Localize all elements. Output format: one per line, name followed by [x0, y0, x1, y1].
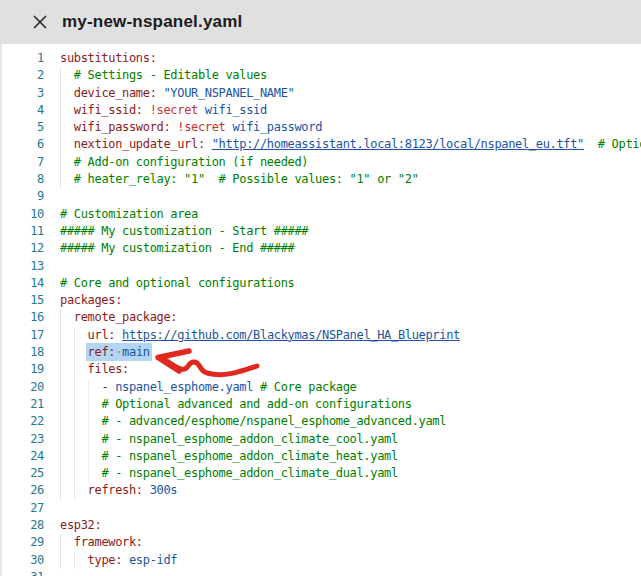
code-text: nextion_update_url: "http://homeassistan… — [60, 136, 641, 153]
code-line[interactable]: 12##### My customization - End ##### — [2, 240, 641, 257]
token-c: ##### My customization - End ##### — [60, 241, 294, 255]
token-c: # Settings - Editable values — [74, 68, 267, 82]
token-s: esp-idf — [122, 553, 177, 567]
token-k: framework: — [74, 535, 143, 549]
token-k: nextion_update_url: — [74, 137, 205, 151]
code-line[interactable]: 15packages: — [2, 292, 641, 309]
token-t: !secret — [150, 103, 198, 117]
code-line[interactable]: 21 # Optional advanced and add-on config… — [2, 396, 641, 413]
line-number: 1 — [2, 50, 44, 67]
token-c: # - nspanel_esphome_addon_climate_cool.y… — [101, 432, 397, 446]
code-line[interactable]: 9 — [2, 188, 641, 205]
code-line[interactable]: 30 type: esp-idf — [2, 552, 641, 569]
code-text: url: https://github.com/Blackymas/NSPane… — [60, 327, 460, 344]
code-line[interactable]: 1substitutions: — [2, 50, 641, 67]
token-k: packages: — [60, 293, 122, 307]
close-button[interactable] — [30, 12, 50, 32]
token-s: wifi_password — [226, 120, 323, 134]
code-line[interactable]: 3 device_name: "YOUR_NSPANEL_NAME" — [2, 85, 641, 102]
code-line[interactable]: 25 # - nspanel_esphome_addon_climate_dua… — [2, 465, 641, 482]
token-c: # heater_relay: "1" # Possible values: "… — [74, 172, 419, 186]
code-line[interactable]: 2 # Settings - Editable values — [2, 67, 641, 84]
code-text: files: — [60, 361, 129, 378]
line-number: 28 — [2, 517, 44, 534]
code-line[interactable]: 23 # - nspanel_esphome_addon_climate_coo… — [2, 431, 641, 448]
line-number: 4 — [2, 102, 44, 119]
code-line[interactable]: 7 # Add-on configuration (if needed) — [2, 154, 641, 171]
line-number: 23 — [2, 431, 44, 448]
code-line[interactable]: 11##### My customization - Start ##### — [2, 223, 641, 240]
token-t: !secret — [177, 120, 225, 134]
token-k: url: — [88, 328, 116, 342]
code-line[interactable]: 29 framework: — [2, 534, 641, 551]
token-s: "YOUR_NSPANEL_NAME" — [157, 86, 295, 100]
line-number: 16 — [2, 309, 44, 326]
token-p — [205, 137, 212, 151]
code-text: esp32: — [60, 517, 101, 534]
line-number: 2 — [2, 67, 44, 84]
code-text: # Settings - Editable values — [60, 67, 267, 84]
editor-header: my-new-nspanel.yaml — [0, 0, 641, 44]
token-k: device_name: — [74, 86, 157, 100]
line-number: 29 — [2, 534, 44, 551]
code-line[interactable]: 6 nextion_update_url: "http://homeassist… — [2, 136, 641, 153]
line-number: 5 — [2, 119, 44, 136]
code-line[interactable]: 16 remote_package: — [2, 309, 641, 326]
line-number: 21 — [2, 396, 44, 413]
code-line[interactable]: 17 url: https://github.com/Blackymas/NSP… — [2, 327, 641, 344]
line-number: 9 — [2, 188, 44, 205]
line-number: 7 — [2, 154, 44, 171]
code-text: # heater_relay: "1" # Possible values: "… — [60, 171, 419, 188]
code-line[interactable]: 8 # heater_relay: "1" # Possible values:… — [2, 171, 641, 188]
token-k: type: — [88, 553, 122, 567]
line-number: 19 — [2, 361, 44, 378]
code-line[interactable]: 20 - nspanel_esphome.yaml # Core package — [2, 379, 641, 396]
code-text: framework: — [60, 534, 143, 551]
code-text: wifi_password: !secret wifi_password — [60, 119, 322, 136]
code-editor[interactable]: 1substitutions:2 # Settings - Editable v… — [0, 44, 641, 576]
code-text: type: esp-idf — [60, 552, 177, 569]
code-text: ##### My customization - Start ##### — [60, 223, 308, 240]
token-c: # Optional — [598, 137, 641, 151]
token-k: wifi_ssid: — [74, 103, 143, 117]
code-line[interactable]: 5 wifi_password: !secret wifi_password — [2, 119, 641, 136]
line-number: 22 — [2, 413, 44, 430]
code-line[interactable]: 10# Customization area — [2, 206, 641, 223]
token-s: 300s — [143, 483, 177, 497]
code-line[interactable]: 14# Core and optional configurations — [2, 275, 641, 292]
line-number: 11 — [2, 223, 44, 240]
file-title: my-new-nspanel.yaml — [62, 12, 242, 32]
token-s: nspanel_esphome.yaml — [115, 380, 260, 394]
line-number: 24 — [2, 448, 44, 465]
code-line[interactable]: 13 — [2, 258, 641, 275]
token-p — [584, 137, 598, 151]
code-text: remote_package: — [60, 309, 177, 326]
line-number: 27 — [2, 500, 44, 517]
token-c: # - nspanel_esphome_addon_climate_dual.y… — [101, 466, 397, 480]
code-text: refresh: 300s — [60, 482, 177, 499]
code-line[interactable]: 4 wifi_ssid: !secret wifi_ssid — [2, 102, 641, 119]
line-number: 14 — [2, 275, 44, 292]
code-text: - nspanel_esphome.yaml # Core package — [60, 379, 357, 396]
line-number: 10 — [2, 206, 44, 223]
code-area[interactable]: 1substitutions:2 # Settings - Editable v… — [2, 50, 641, 576]
code-line[interactable]: 24 # - nspanel_esphome_addon_climate_hea… — [2, 448, 641, 465]
code-line[interactable]: 18 ref:·main — [2, 344, 641, 361]
code-text: wifi_ssid: !secret wifi_ssid — [60, 102, 267, 119]
code-text: device_name: "YOUR_NSPANEL_NAME" — [60, 85, 294, 102]
code-line[interactable]: 19 files: — [2, 361, 641, 378]
code-line[interactable]: 28esp32: — [2, 517, 641, 534]
code-text: ref:·main — [60, 344, 150, 361]
token-c: # - advanced/esphome/nspanel_esphome_adv… — [101, 414, 446, 428]
code-text: substitutions: — [60, 50, 157, 67]
code-line[interactable]: 27 — [2, 500, 641, 517]
code-line[interactable]: 26 refresh: 300s — [2, 482, 641, 499]
line-number: 15 — [2, 292, 44, 309]
line-number: 30 — [2, 552, 44, 569]
token-s: wifi_ssid — [198, 103, 267, 117]
code-line[interactable]: 22 # - advanced/esphome/nspanel_esphome_… — [2, 413, 641, 430]
code-text: # Core and optional configurations — [60, 275, 294, 292]
code-text: # - nspanel_esphome_addon_climate_cool.y… — [60, 431, 398, 448]
token-k: esp32: — [60, 518, 101, 532]
code-line[interactable]: 31 — [2, 569, 641, 576]
